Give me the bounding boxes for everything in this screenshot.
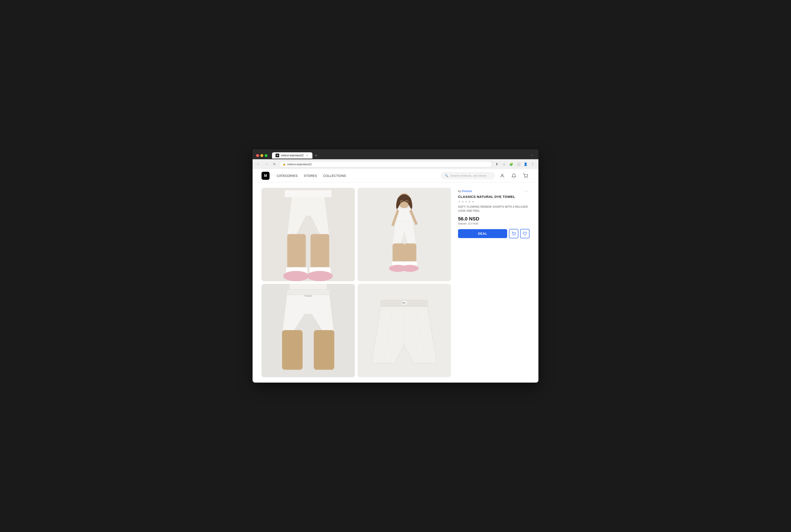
toolbar-actions: ⬆ ☆ 🧩 ⬜ 👤 ⋮ (494, 161, 536, 167)
svg-point-7 (283, 271, 309, 281)
browser-toolbar: ← → ↻ 🔒 melcor.io/product/2 ⬆ ☆ 🧩 ⬜ 👤 ⋮ (253, 159, 538, 169)
address-text: melcor.io/product/2 (287, 163, 312, 166)
svg-rect-25 (314, 330, 334, 370)
search-bar[interactable]: 🔍 Search products, and stores (441, 172, 495, 179)
svg-rect-24 (282, 330, 303, 370)
tab-title: melcor.io/product/2 (281, 154, 304, 157)
back-button[interactable]: ← (255, 161, 262, 167)
site-logo[interactable]: M (262, 172, 270, 180)
bell-icon (512, 173, 516, 178)
star-1: ★ (458, 200, 461, 204)
browser-window: M melcor.io/product/2 ✕ + ⌄ ← → ↻ 🔒 melc… (253, 149, 538, 383)
svg-point-0 (501, 174, 503, 175)
brand-link[interactable]: Reebok (462, 189, 472, 193)
bookmark-button[interactable]: ☆ (501, 161, 507, 167)
tab-bar: M melcor.io/product/2 ✕ + (272, 152, 527, 158)
svg-point-2 (527, 177, 527, 178)
site-header: M CATEGORIES STORES COLLECTIONS 🔍 Search… (253, 169, 538, 183)
main-content: Reebok (253, 183, 538, 383)
svg-text:Ree: Ree (402, 302, 406, 304)
product-images: Reebok (262, 188, 451, 377)
browser-titlebar: M melcor.io/product/2 ✕ + ⌄ (253, 149, 538, 159)
product-more-button[interactable]: ··· (523, 189, 529, 193)
product-figure-2 (358, 188, 451, 281)
traffic-lights (256, 154, 268, 157)
product-rating: ★ ★ ★ ★ ★ (458, 200, 529, 204)
product-price: 56.0 NSD (458, 216, 529, 222)
profile-button[interactable]: 👤 (522, 161, 528, 167)
svg-point-33 (513, 235, 514, 235)
product-figure-1 (262, 188, 355, 281)
forward-button[interactable]: → (263, 161, 270, 167)
star-3: ★ (465, 200, 468, 204)
app-content: M CATEGORIES STORES COLLECTIONS 🔍 Search… (253, 169, 538, 383)
header-right: 🔍 Search products, and stores (441, 172, 529, 180)
svg-rect-15 (392, 244, 405, 264)
svg-rect-4 (287, 234, 306, 271)
svg-point-34 (515, 235, 515, 235)
browser-controls: M melcor.io/product/2 ✕ + ⌄ (256, 152, 535, 159)
star-2: ★ (461, 200, 464, 204)
search-placeholder-text: Search products, and stores (450, 174, 487, 177)
nav-categories[interactable]: CATEGORIES (277, 174, 298, 177)
add-to-cart-button[interactable] (509, 229, 518, 238)
svg-text:Reebok: Reebok (305, 294, 312, 297)
svg-rect-16 (404, 244, 416, 264)
nav-collections[interactable]: COLLECTIONS (323, 174, 346, 177)
svg-point-1 (525, 177, 525, 178)
product-image-3[interactable]: Reebok (262, 284, 355, 377)
product-details: by Reebok ··· CLASSICS NATURAL DYE TOWEL… (458, 188, 529, 377)
cart-icon (523, 173, 528, 178)
new-tab-button[interactable]: + (313, 153, 319, 158)
cart-add-icon (512, 232, 516, 235)
share-button[interactable]: ⬆ (494, 161, 500, 167)
svg-rect-22 (287, 290, 330, 295)
user-icon (500, 173, 505, 178)
nav-stores[interactable]: STORES (304, 174, 317, 177)
extensions-button[interactable]: 🧩 (508, 161, 514, 167)
product-figure-4: Ree (358, 284, 451, 377)
sidebar-button[interactable]: ⬜ (515, 161, 521, 167)
svg-point-20 (401, 265, 419, 272)
product-description: SOFT, FLOWING REEBOK SHORTS WITH A RELAX… (458, 205, 529, 213)
star-4: ★ (468, 200, 471, 204)
product-figure-3: Reebok (262, 284, 355, 377)
product-deposit: Deposit: 12.0 NSD (458, 222, 529, 225)
close-button[interactable] (256, 154, 259, 157)
svg-point-9 (307, 271, 333, 281)
product-title: CLASSICS NATURAL DYE TOWEL (458, 195, 529, 198)
wishlist-button[interactable] (520, 229, 529, 238)
minimize-button[interactable] (261, 154, 263, 157)
address-bar[interactable]: 🔒 melcor.io/product/2 (279, 161, 492, 167)
product-brand-row: by Reebok ··· (458, 189, 529, 193)
product-brand: by Reebok (458, 189, 472, 193)
active-tab[interactable]: M melcor.io/product/2 ✕ (272, 152, 312, 158)
menu-button[interactable]: ⋮ (529, 161, 536, 167)
notifications-button[interactable] (510, 172, 518, 180)
lock-icon: 🔒 (283, 163, 286, 166)
user-icon-button[interactable] (498, 172, 506, 180)
svg-rect-5 (310, 234, 329, 271)
tab-favicon-icon: M (275, 154, 279, 157)
header-left: M CATEGORIES STORES COLLECTIONS (262, 172, 346, 180)
site-nav: CATEGORIES STORES COLLECTIONS (277, 174, 346, 177)
cart-button[interactable] (521, 172, 529, 180)
reload-button[interactable]: ↻ (271, 161, 277, 167)
fullscreen-button[interactable] (265, 154, 268, 157)
product-actions: DEAL (458, 229, 529, 238)
product-image-1[interactable] (262, 188, 355, 281)
deal-button[interactable]: DEAL (458, 229, 507, 238)
search-icon: 🔍 (445, 174, 448, 177)
tab-close-icon[interactable]: ✕ (305, 154, 309, 157)
heart-icon (523, 232, 527, 235)
product-image-4[interactable]: Ree (358, 284, 451, 377)
product-image-2[interactable] (358, 188, 451, 281)
star-5: ★ (471, 200, 474, 204)
window-minimize-button[interactable]: ⌄ (528, 152, 535, 158)
